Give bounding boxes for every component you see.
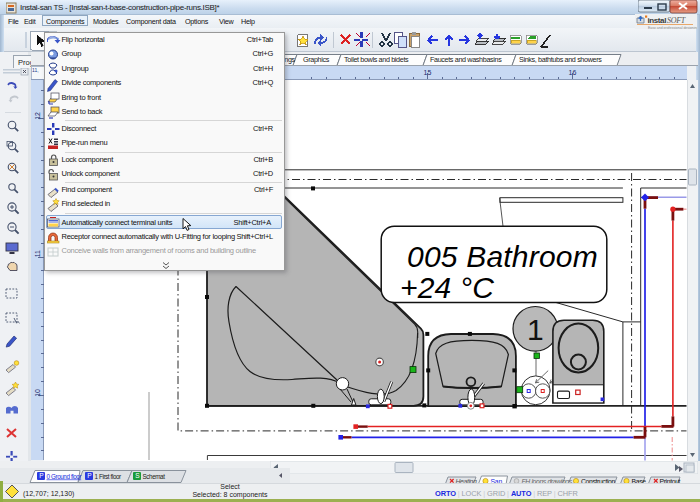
svg-text:16: 16 <box>569 69 577 76</box>
svg-text:P: P <box>39 472 44 479</box>
svg-text:+24 °C: +24 °C <box>400 271 494 304</box>
svg-text:Easy and professional designin: Easy and professional designing <box>648 26 697 30</box>
svg-text:11,: 11, <box>32 67 39 73</box>
svg-text:1 First floor: 1 First floor <box>95 473 122 480</box>
svg-text:Schemat: Schemat <box>143 473 166 480</box>
svg-text:10: 10 <box>34 389 41 397</box>
svg-text:S: S <box>135 472 140 479</box>
svg-text:11: 11 <box>34 250 41 257</box>
svg-text:0 Ground floor: 0 Ground floor <box>47 473 82 480</box>
svg-text:Sinks, bathtubs and showers: Sinks, bathtubs and showers <box>519 55 602 64</box>
svg-text:P: P <box>87 472 92 479</box>
svg-text:12: 12 <box>34 112 41 120</box>
svg-text:instal: instal <box>648 16 667 25</box>
svg-text:Toilet bowls and bidets: Toilet bowls and bidets <box>344 55 409 64</box>
svg-text:005 Bathroom: 005 Bathroom <box>407 240 598 273</box>
svg-text:Graphics: Graphics <box>303 55 330 64</box>
svg-text:Faucets and washbasins: Faucets and washbasins <box>430 55 502 64</box>
svg-text:15: 15 <box>424 69 432 76</box>
svg-text:SOFT: SOFT <box>667 16 686 25</box>
svg-text:1: 1 <box>527 313 544 346</box>
